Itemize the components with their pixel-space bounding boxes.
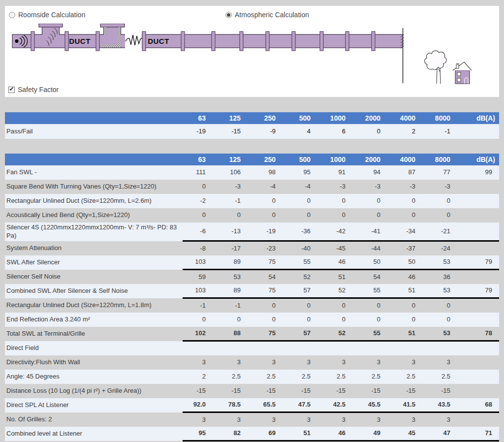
- value-cell-125: 82: [218, 427, 252, 441]
- value-cell-63: 0: [183, 208, 218, 222]
- safety-factor-checkbox[interactable]: Safety Factor: [8, 86, 59, 94]
- value-cell-1000: 51: [322, 270, 357, 284]
- row-label: Silencer 4S (1220mmx1220mmx1200mm- V: 7 …: [5, 222, 183, 241]
- value-cell-2000: 3: [357, 412, 392, 427]
- row-label: Rectangular Unlined Duct (Size=1220mm, L…: [5, 298, 183, 313]
- value-cell-125: 78.5: [218, 398, 252, 412]
- value-cell-4000: -3: [392, 180, 427, 194]
- value-cell-1000: 3: [322, 355, 357, 370]
- value-cell-1000: -15: [322, 384, 357, 398]
- value-cell-8000: 36: [427, 270, 462, 284]
- value-cell-8000: 0: [427, 313, 462, 327]
- dba-value-cell: [462, 412, 499, 427]
- passfail-cell-1000: 6: [322, 124, 357, 139]
- value-cell-2000: -3: [357, 180, 392, 194]
- value-cell-4000: 41.5: [392, 398, 427, 412]
- duct-section-label: DUCT: [148, 37, 169, 45]
- checkbox-checked-icon[interactable]: [8, 87, 15, 93]
- dba-value-cell: [462, 313, 499, 327]
- dba-value-cell: [462, 194, 499, 208]
- value-cell-125: 88: [218, 327, 252, 341]
- value-cell-125: -1: [218, 298, 252, 313]
- value-cell-500: [287, 341, 322, 355]
- row-label: Combined level at Listener: [5, 427, 183, 441]
- value-cell-250: -23: [252, 241, 287, 255]
- value-cell-500: 0: [287, 208, 322, 222]
- wall: [401, 28, 404, 83]
- table-row: Square Bend With Turning Vanes (Qty=1,Si…: [5, 180, 499, 194]
- value-cell-4000: 45: [392, 427, 427, 441]
- row-label: Distance Loss (10 Log (1/(4 pi r²) + Gri…: [5, 384, 183, 398]
- value-cell-2000: 55: [357, 284, 392, 298]
- freq-header-63: 63: [183, 154, 218, 165]
- value-cell-8000: 53: [427, 255, 462, 270]
- row-label: Combined SWL After Silencer & Self Noise: [5, 284, 183, 298]
- table-row: Total SWL at Terminal/Grille102887557525…: [5, 327, 499, 341]
- table-row: Silencer Self Noise5953545251544636: [5, 270, 499, 284]
- value-cell-250: 75: [252, 327, 287, 341]
- value-cell-500: 51: [287, 427, 322, 441]
- value-cell-1000: -45: [322, 241, 357, 255]
- value-cell-8000: 3: [427, 355, 462, 370]
- atmospheric-calculation-radio[interactable]: Atmospheric Calculation: [225, 11, 309, 19]
- value-cell-63: [183, 341, 218, 355]
- value-cell-63: 103: [183, 284, 218, 298]
- value-cell-1000: 46: [322, 427, 357, 441]
- radio-selected-icon[interactable]: [225, 12, 232, 18]
- dba-value-cell: [462, 298, 499, 313]
- table-row: Rectangular Unlined Duct (Size=1220mm, L…: [5, 194, 499, 208]
- row-label: SWL After Silencer: [5, 255, 183, 270]
- value-cell-8000: 47: [427, 427, 462, 441]
- value-cell-4000: 3: [392, 355, 427, 370]
- roomside-calculation-radio[interactable]: Roomside Calculation: [9, 11, 85, 19]
- value-cell-125: 89: [218, 284, 252, 298]
- value-cell-250: -19: [252, 222, 287, 241]
- value-cell-125: -3: [218, 180, 252, 194]
- table-row: SWL After Silencer1038975554650505379: [5, 255, 499, 270]
- table-row: No. Of Grilles: 233333333: [5, 412, 499, 427]
- safety-factor-label: Safety Factor: [18, 86, 59, 94]
- value-cell-8000: -3: [427, 180, 462, 194]
- table-row: Directivity:Flush With Wall33333333: [5, 355, 499, 370]
- value-cell-63: -6: [183, 222, 218, 241]
- value-cell-250: -15: [252, 384, 287, 398]
- row-label: Directivity:Flush With Wall: [5, 355, 183, 370]
- table-row: Combined SWL After Silencer & Self Noise…: [5, 284, 499, 298]
- value-cell-4000: 3: [392, 412, 427, 427]
- value-cell-125: 53: [218, 270, 252, 284]
- passfail-cell-500: 4: [287, 124, 322, 139]
- freq-header-2000: 2000: [357, 112, 392, 124]
- value-cell-2000: 2.5: [357, 370, 392, 384]
- value-cell-2000: 54: [357, 270, 392, 284]
- value-cell-250: 0: [252, 313, 287, 327]
- dba-value-cell: [462, 208, 499, 222]
- atmospheric-calculation-label: Atmospheric Calculation: [235, 11, 309, 19]
- dba-value-cell: 71: [462, 427, 499, 441]
- value-cell-250: 98: [252, 165, 287, 180]
- value-cell-500: 0: [287, 194, 322, 208]
- value-cell-125: -1: [218, 194, 252, 208]
- value-cell-8000: 77: [427, 165, 462, 180]
- value-cell-2000: 45.5: [357, 398, 392, 412]
- value-cell-250: [252, 341, 287, 355]
- value-cell-1000: 91: [322, 165, 357, 180]
- value-cell-8000: 2.5: [427, 370, 462, 384]
- dba-value-cell: 79: [462, 284, 499, 298]
- row-label: System Attenuation: [5, 241, 183, 255]
- value-cell-4000: 2.5: [392, 370, 427, 384]
- dba-value-cell: 79: [462, 255, 499, 270]
- value-cell-1000: [322, 341, 357, 355]
- value-cell-4000: [392, 341, 427, 355]
- value-cell-4000: 51: [392, 327, 427, 341]
- table-row: Silencer 4S (1220mmx1220mmx1200mm- V: 7 …: [5, 222, 499, 241]
- value-cell-1000: -3: [322, 180, 357, 194]
- row-label: Pass/Fail: [5, 124, 183, 139]
- dba-value-cell: 68: [462, 398, 499, 412]
- radio-unselected-icon[interactable]: [9, 12, 15, 18]
- value-cell-500: 47.5: [287, 398, 322, 412]
- value-cell-63: -1: [183, 298, 218, 313]
- value-cell-4000: -37: [392, 241, 427, 255]
- passfail-dba-cell: [462, 124, 499, 139]
- flange-icon: [31, 32, 34, 51]
- value-cell-125: 3: [218, 412, 252, 427]
